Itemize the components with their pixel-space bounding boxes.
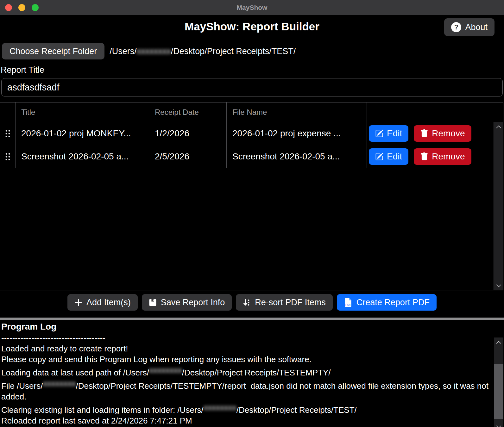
log-redacted-username: xxxxxxxx (204, 402, 236, 413)
path-suffix: /Desktop/Project Receipts/TEST/ (171, 46, 296, 56)
remove-button-label: Remove (432, 152, 465, 162)
folder-row: Choose Receipt Folder /Users/ xxxxxxxx /… (2, 43, 504, 59)
header-actions (367, 102, 503, 122)
log-text: Loading data at last used path of /Users… (1, 368, 149, 377)
cell-actions: Edit Remove (367, 122, 503, 145)
cell-title: Screenshot 2026-02-05 a... (16, 145, 149, 168)
traffic-lights (5, 4, 39, 11)
action-toolbar: Add Item(s) Save Report Info Re-sort PDF… (0, 294, 504, 311)
drag-cell (0, 122, 16, 145)
scroll-down-icon[interactable] (496, 284, 501, 288)
log-text: /Desktop/Project Receipts/TESTEMPTY/ (182, 368, 331, 377)
section-divider (0, 318, 504, 320)
program-log-section: Program Log ----------------------------… (0, 320, 504, 427)
remove-button[interactable]: Remove (414, 125, 471, 142)
cell-title: 2026-01-02 proj MONKEY... (16, 122, 149, 145)
about-button-label: About (465, 22, 488, 32)
log-line: Loading data at last used path of /Users… (1, 365, 489, 378)
cell-receipt-date: 1/2/2026 (149, 122, 227, 145)
log-line: Loaded and ready to create report! (1, 343, 489, 354)
log-text: /Desktop/Project Receipts/TEST/ (236, 405, 357, 415)
trash-icon (420, 152, 428, 161)
drag-cell (0, 145, 16, 168)
cell-receipt-date: 2/5/2026 (149, 145, 227, 168)
log-redacted-username: xxxxxxxx (43, 378, 76, 389)
save-report-info-button[interactable]: Save Report Info (142, 294, 232, 311)
report-title-label: Report Title (1, 65, 504, 75)
header-title: Title (16, 102, 149, 122)
edit-button[interactable]: Edit (369, 148, 408, 165)
about-button[interactable]: ? About (444, 18, 495, 36)
edit-button-label: Edit (387, 128, 402, 139)
log-redacted-username: xxxxxxxx (149, 365, 182, 375)
question-circle-icon: ? (451, 22, 461, 32)
page-header: MayShow: Report Builder ? About (0, 18, 504, 39)
sort-arrow-icon (243, 299, 251, 306)
scroll-up-icon[interactable] (496, 125, 501, 129)
header-receipt-date: Receipt Date (149, 102, 227, 122)
program-log-body: -------------------------------------- L… (1, 332, 489, 427)
grip-dots-icon (5, 152, 10, 161)
save-report-info-label: Save Report Info (161, 298, 225, 307)
create-report-pdf-label: Create Report PDF (356, 298, 430, 307)
remove-button[interactable]: Remove (414, 148, 471, 165)
log-text: File /Users/ (1, 381, 43, 391)
program-log-title: Program Log (1, 322, 503, 332)
log-scrollbar[interactable] (494, 337, 503, 427)
create-report-pdf-button[interactable]: PDF Create Report PDF (337, 294, 437, 311)
table-scrollbar[interactable] (494, 122, 503, 290)
scroll-up-icon[interactable] (496, 341, 501, 344)
log-line: Clearing existing list and loading items… (1, 402, 489, 415)
scroll-down-icon[interactable] (496, 425, 501, 427)
table-header-row: Title Receipt Date File Name (0, 102, 503, 122)
table-row: 2026-01-02 proj MONKEY... 1/2/2026 2026-… (0, 122, 503, 145)
window-titlebar: MayShow (0, 0, 504, 15)
zoom-button[interactable] (32, 4, 39, 11)
minimize-button[interactable] (18, 4, 25, 11)
report-title-input[interactable] (1, 78, 503, 96)
log-line: File /Users/xxxxxxxx/Desktop/Project Rec… (1, 378, 489, 402)
resort-pdf-items-button[interactable]: Re-sort PDF Items (236, 294, 333, 311)
plus-icon (74, 299, 82, 306)
pencil-square-icon (375, 129, 383, 138)
svg-text:PDF: PDF (345, 303, 351, 306)
cell-file-name: 2026-01-02 proj expense ... (227, 122, 367, 145)
trash-icon (420, 129, 428, 138)
path-prefix: /Users/ (110, 46, 137, 56)
add-items-label: Add Item(s) (86, 298, 131, 307)
cell-actions: Edit Remove (367, 145, 503, 168)
header-drag-column (0, 102, 16, 122)
drag-handle[interactable] (5, 129, 10, 138)
report-items-table: Title Receipt Date File Name 2026-01-02 … (0, 102, 503, 290)
log-line: Reloaded report last saved at 2/24/2026 … (1, 415, 489, 426)
header-file-name: File Name (227, 102, 367, 122)
log-line: Please copy and send this Program Log wh… (1, 354, 489, 365)
floppy-disk-icon (149, 299, 157, 306)
edit-button-label: Edit (387, 152, 402, 162)
pencil-square-icon (375, 152, 383, 161)
window-title: MayShow (237, 4, 268, 11)
edit-button[interactable]: Edit (369, 125, 408, 142)
grip-dots-icon (5, 129, 10, 138)
table-row: Screenshot 2026-02-05 a... 2/5/2026 Scre… (0, 145, 503, 168)
page-title: MayShow: Report Builder (0, 18, 504, 33)
add-items-button[interactable]: Add Item(s) (67, 294, 138, 311)
close-button[interactable] (5, 4, 12, 11)
resort-pdf-items-label: Re-sort PDF Items (255, 298, 326, 307)
choose-receipt-folder-button[interactable]: Choose Receipt Folder (2, 43, 104, 59)
log-text: Clearing existing list and loading items… (1, 405, 204, 415)
remove-button-label: Remove (432, 128, 465, 139)
log-line: -------------------------------------- (1, 332, 489, 343)
scrollbar-thumb[interactable] (494, 364, 503, 419)
drag-handle[interactable] (5, 152, 10, 161)
receipt-folder-path: /Users/ xxxxxxxx /Desktop/Project Receip… (110, 46, 296, 56)
path-redacted-username: xxxxxxxx (137, 46, 171, 56)
pdf-file-icon: PDF (344, 298, 352, 307)
cell-file-name: Screenshot 2026-02-05 a... (227, 145, 367, 168)
